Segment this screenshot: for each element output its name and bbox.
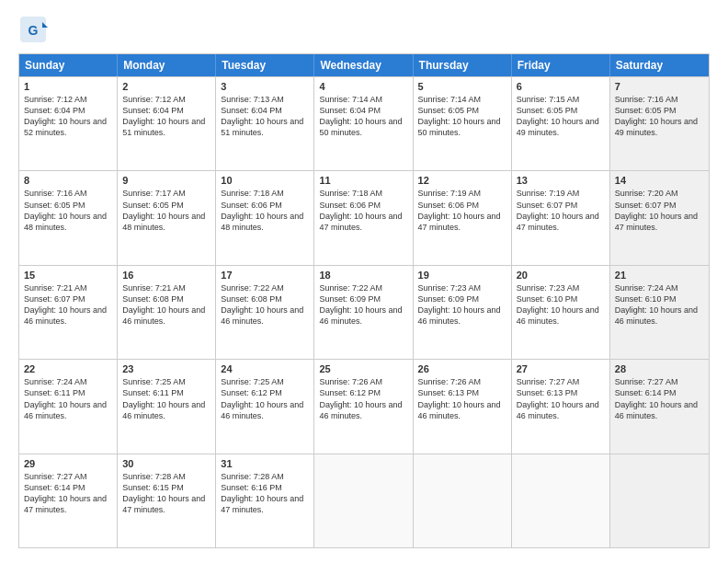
logo-icon: G xyxy=(18,15,48,44)
cal-cell-26: 26Sunrise: 7:26 AM Sunset: 6:13 PM Dayli… xyxy=(414,360,512,453)
cal-cell-20: 20Sunrise: 7:23 AM Sunset: 6:10 PM Dayli… xyxy=(512,266,610,359)
cal-cell-1: 1Sunrise: 7:12 AM Sunset: 6:04 PM Daylig… xyxy=(19,77,118,170)
cell-text: Sunrise: 7:27 AM Sunset: 6:14 PM Dayligh… xyxy=(24,471,112,516)
day-number: 11 xyxy=(319,175,407,186)
cal-cell-2: 2Sunrise: 7:12 AM Sunset: 6:04 PM Daylig… xyxy=(118,77,216,170)
day-number: 21 xyxy=(615,270,704,281)
cal-cell-31: 31Sunrise: 7:28 AM Sunset: 6:16 PM Dayli… xyxy=(216,454,314,547)
svg-text:G: G xyxy=(28,23,39,38)
day-number: 4 xyxy=(319,81,407,92)
header-day-monday: Monday xyxy=(118,54,216,76)
day-number: 1 xyxy=(24,81,112,92)
cell-text: Sunrise: 7:26 AM Sunset: 6:12 PM Dayligh… xyxy=(319,376,407,421)
cal-cell-21: 21Sunrise: 7:24 AM Sunset: 6:10 PM Dayli… xyxy=(610,266,709,359)
cell-text: Sunrise: 7:22 AM Sunset: 6:09 PM Dayligh… xyxy=(319,282,407,327)
day-number: 9 xyxy=(122,175,210,186)
day-number: 3 xyxy=(221,81,309,92)
day-number: 27 xyxy=(517,363,605,374)
cal-cell-23: 23Sunrise: 7:25 AM Sunset: 6:11 PM Dayli… xyxy=(118,360,216,453)
cal-cell-empty-6 xyxy=(610,454,709,547)
calendar-header: SundayMondayTuesdayWednesdayThursdayFrid… xyxy=(19,54,709,76)
calendar-row-2: 8Sunrise: 7:16 AM Sunset: 6:05 PM Daylig… xyxy=(19,170,709,264)
calendar-row-1: 1Sunrise: 7:12 AM Sunset: 6:04 PM Daylig… xyxy=(19,76,709,170)
cell-text: Sunrise: 7:27 AM Sunset: 6:13 PM Dayligh… xyxy=(517,376,605,421)
cell-text: Sunrise: 7:15 AM Sunset: 6:05 PM Dayligh… xyxy=(517,94,605,139)
cell-text: Sunrise: 7:25 AM Sunset: 6:12 PM Dayligh… xyxy=(221,376,309,421)
cell-text: Sunrise: 7:22 AM Sunset: 6:08 PM Dayligh… xyxy=(221,282,309,327)
cal-cell-16: 16Sunrise: 7:21 AM Sunset: 6:08 PM Dayli… xyxy=(118,266,216,359)
cell-text: Sunrise: 7:16 AM Sunset: 6:05 PM Dayligh… xyxy=(24,188,112,233)
day-number: 12 xyxy=(418,175,506,186)
day-number: 31 xyxy=(221,458,309,469)
day-number: 26 xyxy=(418,363,506,374)
day-number: 2 xyxy=(122,81,210,92)
cal-cell-11: 11Sunrise: 7:18 AM Sunset: 6:06 PM Dayli… xyxy=(314,171,413,264)
calendar-row-4: 22Sunrise: 7:24 AM Sunset: 6:11 PM Dayli… xyxy=(19,359,709,453)
cal-cell-6: 6Sunrise: 7:15 AM Sunset: 6:05 PM Daylig… xyxy=(512,77,610,170)
day-number: 24 xyxy=(221,363,309,374)
day-number: 17 xyxy=(221,270,309,281)
cell-text: Sunrise: 7:12 AM Sunset: 6:04 PM Dayligh… xyxy=(122,94,210,139)
cal-cell-29: 29Sunrise: 7:27 AM Sunset: 6:14 PM Dayli… xyxy=(19,454,118,547)
day-number: 28 xyxy=(615,363,704,374)
cell-text: Sunrise: 7:16 AM Sunset: 6:05 PM Dayligh… xyxy=(615,94,704,139)
day-number: 8 xyxy=(24,175,112,186)
cal-cell-18: 18Sunrise: 7:22 AM Sunset: 6:09 PM Dayli… xyxy=(314,266,413,359)
cal-cell-9: 9Sunrise: 7:17 AM Sunset: 6:05 PM Daylig… xyxy=(118,171,216,264)
cal-cell-15: 15Sunrise: 7:21 AM Sunset: 6:07 PM Dayli… xyxy=(19,266,118,359)
cell-text: Sunrise: 7:19 AM Sunset: 6:07 PM Dayligh… xyxy=(517,188,605,233)
cal-cell-empty-4 xyxy=(414,454,512,547)
header-day-thursday: Thursday xyxy=(414,54,512,76)
day-number: 23 xyxy=(122,363,210,374)
cal-cell-25: 25Sunrise: 7:26 AM Sunset: 6:12 PM Dayli… xyxy=(314,360,413,453)
cell-text: Sunrise: 7:18 AM Sunset: 6:06 PM Dayligh… xyxy=(319,188,407,233)
cell-text: Sunrise: 7:26 AM Sunset: 6:13 PM Dayligh… xyxy=(418,376,506,421)
header-day-saturday: Saturday xyxy=(610,54,709,76)
cal-cell-19: 19Sunrise: 7:23 AM Sunset: 6:09 PM Dayli… xyxy=(414,266,512,359)
cell-text: Sunrise: 7:14 AM Sunset: 6:04 PM Dayligh… xyxy=(319,94,407,139)
day-number: 22 xyxy=(24,363,112,374)
cal-cell-30: 30Sunrise: 7:28 AM Sunset: 6:15 PM Dayli… xyxy=(118,454,216,547)
cell-text: Sunrise: 7:28 AM Sunset: 6:16 PM Dayligh… xyxy=(221,471,309,516)
calendar-body: 1Sunrise: 7:12 AM Sunset: 6:04 PM Daylig… xyxy=(19,76,709,547)
day-number: 16 xyxy=(122,270,210,281)
cell-text: Sunrise: 7:13 AM Sunset: 6:04 PM Dayligh… xyxy=(221,94,309,139)
day-number: 15 xyxy=(24,270,112,281)
cal-cell-10: 10Sunrise: 7:18 AM Sunset: 6:06 PM Dayli… xyxy=(216,171,314,264)
day-number: 29 xyxy=(24,458,112,469)
day-number: 13 xyxy=(517,175,605,186)
cal-cell-3: 3Sunrise: 7:13 AM Sunset: 6:04 PM Daylig… xyxy=(216,77,314,170)
calendar: SundayMondayTuesdayWednesdayThursdayFrid… xyxy=(18,53,710,548)
cell-text: Sunrise: 7:12 AM Sunset: 6:04 PM Dayligh… xyxy=(24,94,112,139)
cell-text: Sunrise: 7:21 AM Sunset: 6:07 PM Dayligh… xyxy=(24,282,112,327)
cell-text: Sunrise: 7:24 AM Sunset: 6:10 PM Dayligh… xyxy=(615,282,704,327)
cell-text: Sunrise: 7:21 AM Sunset: 6:08 PM Dayligh… xyxy=(122,282,210,327)
cal-cell-14: 14Sunrise: 7:20 AM Sunset: 6:07 PM Dayli… xyxy=(610,171,709,264)
cal-cell-24: 24Sunrise: 7:25 AM Sunset: 6:12 PM Dayli… xyxy=(216,360,314,453)
day-number: 18 xyxy=(319,270,407,281)
cell-text: Sunrise: 7:19 AM Sunset: 6:06 PM Dayligh… xyxy=(418,188,506,233)
cal-cell-17: 17Sunrise: 7:22 AM Sunset: 6:08 PM Dayli… xyxy=(216,266,314,359)
day-number: 19 xyxy=(418,270,506,281)
cal-cell-13: 13Sunrise: 7:19 AM Sunset: 6:07 PM Dayli… xyxy=(512,171,610,264)
cell-text: Sunrise: 7:25 AM Sunset: 6:11 PM Dayligh… xyxy=(122,376,210,421)
header-day-tuesday: Tuesday xyxy=(216,54,314,76)
cell-text: Sunrise: 7:28 AM Sunset: 6:15 PM Dayligh… xyxy=(122,471,210,516)
cell-text: Sunrise: 7:14 AM Sunset: 6:05 PM Dayligh… xyxy=(418,94,506,139)
logo: G xyxy=(18,15,51,44)
day-number: 10 xyxy=(221,175,309,186)
cal-cell-28: 28Sunrise: 7:27 AM Sunset: 6:14 PM Dayli… xyxy=(610,360,709,453)
cell-text: Sunrise: 7:17 AM Sunset: 6:05 PM Dayligh… xyxy=(122,188,210,233)
header-day-friday: Friday xyxy=(512,54,610,76)
cell-text: Sunrise: 7:27 AM Sunset: 6:14 PM Dayligh… xyxy=(615,376,704,421)
cal-cell-27: 27Sunrise: 7:27 AM Sunset: 6:13 PM Dayli… xyxy=(512,360,610,453)
cal-cell-4: 4Sunrise: 7:14 AM Sunset: 6:04 PM Daylig… xyxy=(314,77,413,170)
cal-cell-5: 5Sunrise: 7:14 AM Sunset: 6:05 PM Daylig… xyxy=(414,77,512,170)
day-number: 30 xyxy=(122,458,210,469)
cell-text: Sunrise: 7:23 AM Sunset: 6:10 PM Dayligh… xyxy=(517,282,605,327)
cell-text: Sunrise: 7:24 AM Sunset: 6:11 PM Dayligh… xyxy=(24,376,112,421)
day-number: 20 xyxy=(517,270,605,281)
cal-cell-7: 7Sunrise: 7:16 AM Sunset: 6:05 PM Daylig… xyxy=(610,77,709,170)
calendar-row-5: 29Sunrise: 7:27 AM Sunset: 6:14 PM Dayli… xyxy=(19,454,709,547)
header: G xyxy=(18,15,710,44)
